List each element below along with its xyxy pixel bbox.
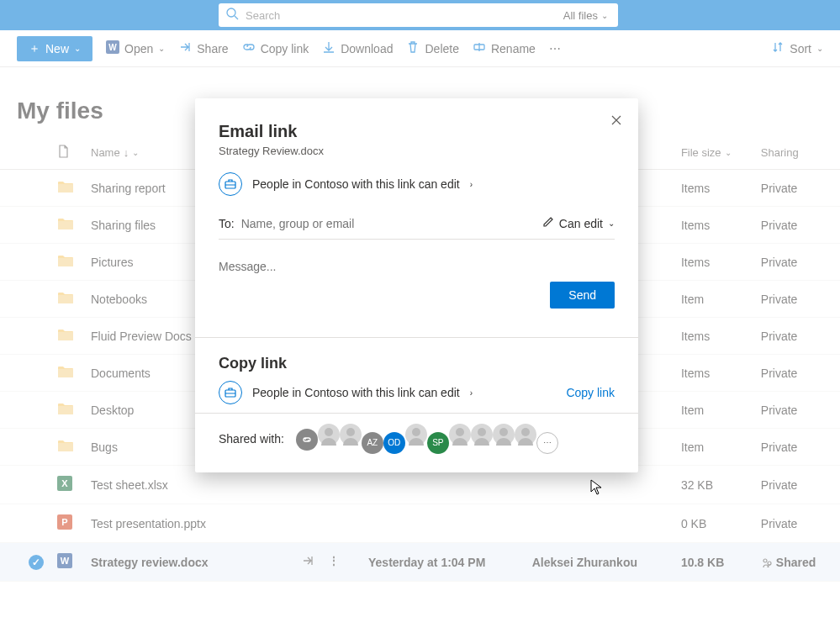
avatar[interactable] — [318, 424, 340, 446]
avatar[interactable] — [340, 424, 362, 446]
link-avatar[interactable] — [296, 429, 318, 451]
svg-point-18 — [456, 428, 464, 436]
avatar[interactable] — [493, 424, 515, 446]
chevron-down-icon: ⌄ — [608, 219, 615, 228]
copy-link-button[interactable]: Copy link — [566, 386, 615, 399]
avatar[interactable] — [515, 424, 536, 446]
svg-point-16 — [346, 428, 355, 436]
briefcase-icon — [219, 172, 242, 196]
svg-point-20 — [499, 428, 508, 436]
copy-permission-row[interactable]: People in Contoso with this link can edi… — [219, 381, 473, 404]
avatar[interactable] — [449, 424, 471, 446]
avatar[interactable]: AZ — [362, 432, 383, 454]
pencil-icon — [542, 216, 554, 230]
briefcase-icon — [219, 381, 242, 404]
share-dialog: Email link Strategy Review.docx People i… — [195, 98, 638, 472]
chevron-right-icon: › — [470, 388, 473, 398]
dialog-title: Email link — [219, 122, 615, 141]
to-label: To: — [219, 217, 235, 230]
avatar[interactable] — [471, 424, 493, 446]
permission-text: People in Contoso with this link can edi… — [252, 177, 460, 191]
dialog-filename: Strategy Review.docx — [219, 145, 615, 157]
send-button[interactable]: Send — [550, 282, 615, 309]
recipient-input[interactable] — [241, 217, 542, 230]
shared-with-section: Shared with: AZODSP⋯ — [195, 413, 638, 472]
copy-link-title: Copy link — [219, 355, 615, 372]
permission-dropdown[interactable]: Can edit ⌄ — [542, 216, 615, 230]
svg-point-21 — [521, 428, 530, 436]
avatar[interactable] — [405, 424, 427, 446]
copy-permission-text: People in Contoso with this link can edi… — [252, 386, 460, 399]
svg-point-15 — [325, 428, 333, 436]
message-input[interactable] — [219, 256, 615, 277]
shared-with-label: Shared with: — [219, 432, 284, 446]
avatar[interactable]: OD — [383, 432, 405, 454]
more-avatar-button[interactable]: ⋯ — [536, 432, 558, 454]
svg-point-19 — [478, 428, 486, 436]
link-permission-row[interactable]: People in Contoso with this link can edi… — [219, 172, 615, 196]
avatar[interactable]: SP — [427, 432, 449, 454]
chevron-right-icon: › — [470, 180, 473, 189]
close-button[interactable] — [610, 113, 623, 130]
svg-point-17 — [412, 428, 420, 436]
